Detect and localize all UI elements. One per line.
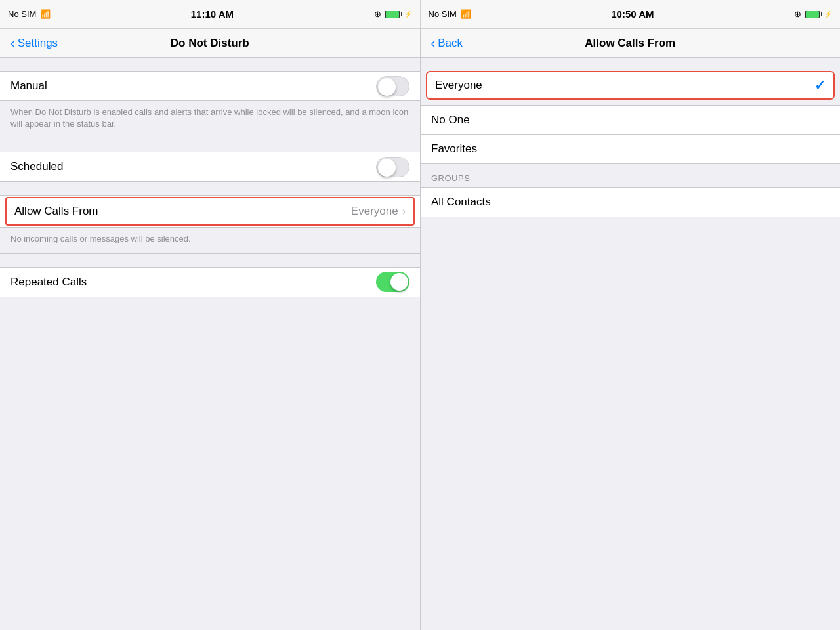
everyone-wrapper: Everyone ✓ bbox=[421, 71, 840, 100]
scheduled-toggle-thumb bbox=[378, 159, 396, 177]
manual-label: Manual bbox=[10, 79, 376, 93]
left-nav-title: Do Not Disturb bbox=[171, 37, 249, 50]
right-nav-bar: ‹ Back Allow Calls From bbox=[421, 29, 841, 57]
allow-calls-description-text: No incoming calls or messages will be si… bbox=[10, 234, 191, 243]
scheduled-toggle[interactable] bbox=[376, 157, 410, 177]
left-status-right: ⊕ ⚡ bbox=[374, 9, 412, 19]
right-battery: ⚡ bbox=[805, 10, 832, 18]
settings-back-label: Settings bbox=[18, 37, 58, 50]
right-charging-icon: ⚡ bbox=[824, 10, 832, 18]
left-battery-body bbox=[385, 10, 400, 18]
manual-toggle-thumb bbox=[378, 78, 396, 96]
manual-section: Manual bbox=[0, 71, 420, 101]
settings-back-button[interactable]: ‹ Settings bbox=[10, 35, 58, 51]
groups-table: All Contacts bbox=[421, 187, 840, 217]
left-panel: Manual When Do Not Disturb is enabled ca… bbox=[0, 58, 420, 630]
left-status-bar: No SIM 📶 11:10 AM ⊕ ⚡ bbox=[0, 0, 421, 28]
allow-calls-row[interactable]: Allow Calls From Everyone › bbox=[5, 197, 415, 226]
left-lock-icon: ⊕ bbox=[374, 9, 381, 19]
repeated-calls-toggle[interactable] bbox=[376, 272, 410, 292]
repeated-calls-row: Repeated Calls bbox=[0, 268, 420, 297]
right-battery-body bbox=[805, 10, 820, 18]
repeated-calls-toggle-thumb bbox=[390, 273, 408, 291]
content-area: Manual When Do Not Disturb is enabled ca… bbox=[0, 58, 840, 630]
back-label: Back bbox=[438, 37, 463, 50]
no-one-favorites-section: No One Favorites bbox=[421, 105, 840, 164]
scheduled-section: Scheduled bbox=[0, 152, 420, 182]
left-wifi-icon: 📶 bbox=[40, 9, 51, 19]
scheduled-row: Scheduled bbox=[0, 152, 420, 181]
everyone-checkmark-icon: ✓ bbox=[814, 77, 826, 93]
gap-before-allow bbox=[0, 182, 420, 195]
right-battery-tip bbox=[821, 12, 822, 16]
left-charging-icon: ⚡ bbox=[404, 10, 412, 18]
groups-section: GROUPS All Contacts bbox=[421, 169, 840, 217]
no-one-label: No One bbox=[431, 114, 830, 127]
favorites-label: Favorites bbox=[431, 142, 830, 156]
repeated-calls-label: Repeated Calls bbox=[10, 276, 376, 289]
left-battery: ⚡ bbox=[385, 10, 412, 18]
manual-toggle[interactable] bbox=[376, 76, 410, 96]
right-status-right: ⊕ ⚡ bbox=[794, 9, 832, 19]
back-chevron-icon-right: ‹ bbox=[431, 35, 436, 51]
nav-bars: ‹ Settings Do Not Disturb ‹ Back Allow C… bbox=[0, 29, 840, 58]
right-status-bar: No SIM 📶 10:50 AM ⊕ ⚡ bbox=[421, 0, 841, 28]
scheduled-label: Scheduled bbox=[10, 160, 376, 173]
allow-calls-section: Allow Calls From Everyone › bbox=[0, 195, 420, 228]
back-button[interactable]: ‹ Back bbox=[431, 35, 463, 51]
manual-description: When Do Not Disturb is enabled calls and… bbox=[0, 101, 420, 138]
left-carrier: No SIM bbox=[8, 9, 36, 19]
manual-row: Manual bbox=[0, 72, 420, 100]
manual-description-text: When Do Not Disturb is enabled calls and… bbox=[10, 107, 408, 129]
no-one-row[interactable]: No One bbox=[421, 106, 840, 135]
favorites-row[interactable]: Favorites bbox=[421, 135, 840, 163]
allow-calls-description: No incoming calls or messages will be si… bbox=[0, 228, 420, 253]
gap-before-repeated bbox=[0, 254, 420, 267]
all-contacts-label: All Contacts bbox=[431, 196, 830, 209]
everyone-label: Everyone bbox=[435, 79, 814, 92]
right-status-left: No SIM 📶 bbox=[429, 9, 471, 19]
left-nav-bar: ‹ Settings Do Not Disturb bbox=[0, 29, 421, 57]
repeated-calls-section: Repeated Calls bbox=[0, 267, 420, 297]
back-chevron-icon: ‹ bbox=[10, 35, 15, 51]
right-time: 10:50 AM bbox=[611, 9, 654, 20]
left-time: 11:10 AM bbox=[191, 9, 234, 20]
left-status-left: No SIM 📶 bbox=[8, 9, 51, 19]
right-panel: Everyone ✓ No One Favorites GROUPS All C… bbox=[420, 58, 840, 630]
right-wifi-icon: 📶 bbox=[461, 9, 471, 19]
all-contacts-row[interactable]: All Contacts bbox=[421, 188, 840, 217]
status-bars: No SIM 📶 11:10 AM ⊕ ⚡ No SIM 📶 10:50 AM … bbox=[0, 0, 840, 29]
top-gap-left bbox=[0, 58, 420, 71]
right-lock-icon: ⊕ bbox=[794, 9, 801, 19]
middle-gap bbox=[0, 138, 420, 152]
right-carrier: No SIM bbox=[429, 9, 457, 19]
groups-header: GROUPS bbox=[421, 169, 840, 187]
allow-calls-label: Allow Calls From bbox=[14, 205, 351, 218]
allow-calls-chevron-icon: › bbox=[402, 205, 406, 217]
top-gap-right bbox=[421, 58, 840, 71]
right-nav-title: Allow Calls From bbox=[585, 37, 675, 50]
everyone-highlighted-row[interactable]: Everyone ✓ bbox=[426, 71, 835, 100]
left-battery-tip bbox=[401, 12, 402, 16]
allow-calls-value: Everyone bbox=[351, 205, 398, 218]
